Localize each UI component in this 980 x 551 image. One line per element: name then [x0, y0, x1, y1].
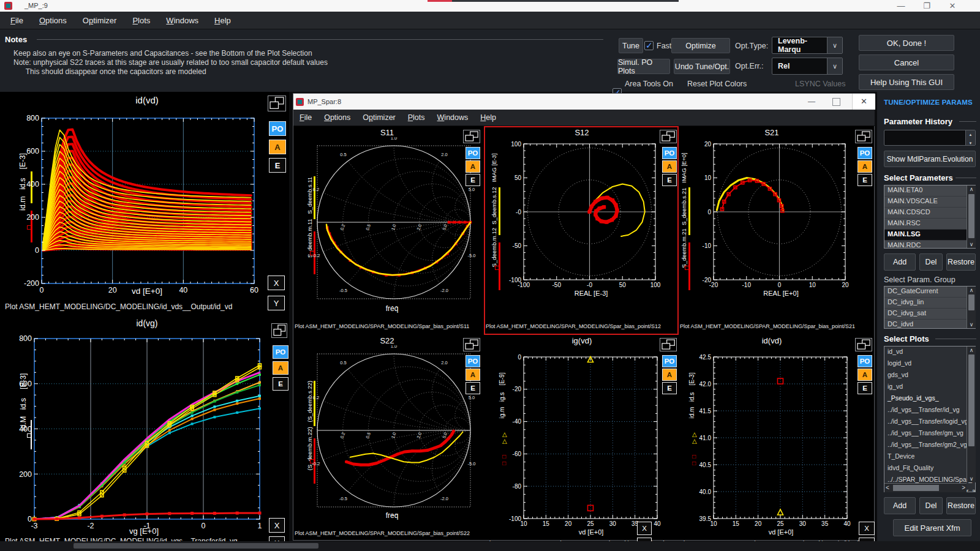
spin-up-icon[interactable] — [969, 129, 973, 138]
plot-item[interactable]: ../id_vgs__Transfer/id_vg — [884, 405, 975, 416]
ok-done-button[interactable]: OK, Done ! — [859, 35, 954, 51]
po-button-s11[interactable]: PO — [466, 147, 480, 159]
menu-file[interactable]: File — [293, 111, 318, 124]
del-param-button[interactable]: Del — [919, 253, 943, 271]
a-button-s21[interactable]: A — [858, 160, 872, 173]
a-button-ig_vd[interactable]: A — [662, 369, 677, 381]
menu-help[interactable]: Help — [474, 111, 502, 124]
add-param-button[interactable]: Add — [884, 253, 916, 271]
e-button-id_vd_output[interactable]: E — [269, 158, 286, 173]
a-button-s11[interactable]: A — [466, 160, 480, 173]
a-button-id_vd_output[interactable]: A — [269, 140, 286, 154]
cascade-windows-icon[interactable] — [855, 338, 872, 351]
parameter-item[interactable]: MAIN.RSC — [884, 219, 975, 230]
x-button-ig_vd[interactable]: X — [637, 522, 652, 535]
po-button-ig_vd[interactable]: PO — [662, 355, 677, 367]
cascade-windows-icon[interactable] — [855, 130, 872, 143]
cascade-windows-icon[interactable] — [660, 338, 677, 351]
a-button-id_vd_bias[interactable]: A — [858, 369, 872, 381]
chart-ig_vd[interactable]: 10152025303540-100-80-60-40-200 — [507, 350, 666, 530]
plot-item[interactable]: logid_vd — [884, 358, 975, 370]
chart-s12[interactable]: -100-50-050100-100-50-050100 — [507, 138, 666, 291]
menu-help[interactable]: Help — [206, 13, 239, 28]
cascade-windows-icon[interactable] — [463, 130, 480, 143]
parameter-item[interactable]: MAIN.VDSCALE — [884, 197, 975, 208]
cancel-button[interactable]: Cancel — [859, 54, 954, 70]
plot-item[interactable]: _Pseudo_id_vgs_ — [884, 393, 975, 405]
edit-parent-xfm-button[interactable]: Edit Parent Xfm — [893, 519, 971, 536]
y-button-id_vd_output[interactable]: Y — [268, 296, 285, 310]
po-button-id_vg_transfer[interactable]: PO — [273, 345, 288, 359]
a-button-s22[interactable]: A — [466, 369, 480, 381]
chart-s21[interactable]: -20-1001020-20-1001020 — [697, 138, 856, 291]
bottom-scrollbar-thumb[interactable] — [74, 543, 318, 549]
chart-id_vd_bias[interactable]: 1015202530354039.540.040.541.041.542.042… — [697, 350, 856, 530]
opt-err-select[interactable]: Rel — [772, 58, 843, 75]
param-group-item[interactable]: DC_idvg_sat — [884, 309, 975, 320]
note-line[interactable]: Note: unphysical S22 traces at this stag… — [13, 58, 328, 67]
e-button-s22[interactable]: E — [466, 382, 480, 394]
parameter-item[interactable]: MAIN.ETA0 — [884, 186, 975, 197]
add-plot-button[interactable]: Add — [884, 497, 916, 514]
chart-s11[interactable]: 0.20.51.02.05.0-0.2-0.5-1.0-2.0-5.00.20.… — [309, 137, 479, 307]
po-button-id_vd_bias[interactable]: PO — [858, 355, 872, 367]
plot-item[interactable]: idvd_Fit_Quality — [884, 463, 975, 474]
plot-item[interactable]: ../id_vgs__Transfer/logid_vg — [884, 416, 975, 428]
x-button-id_vg_transfer[interactable]: X — [269, 518, 285, 533]
param-group-item[interactable]: DC_idvd — [884, 320, 975, 329]
chart-s22[interactable]: 0.20.51.02.05.0-0.2-0.5-1.0-2.0-5.00.20.… — [309, 345, 479, 515]
plot-item[interactable]: gds_vd — [884, 370, 975, 381]
chevron-down-icon[interactable] — [827, 37, 842, 53]
simul-po-plots-button[interactable]: Simul. PO Plots — [617, 59, 670, 74]
restore-param-button[interactable]: Restore — [946, 253, 976, 271]
menu-options[interactable]: Options — [318, 111, 356, 124]
cascade-windows-icon[interactable] — [660, 130, 677, 143]
chevron-down-icon[interactable] — [827, 58, 842, 74]
tune-button[interactable]: Tune — [619, 38, 643, 53]
plot-item[interactable]: ../id_vgs__Transfer/gm_vg — [884, 428, 975, 440]
po-button-s21[interactable]: PO — [858, 147, 872, 159]
param-group-scrollbar[interactable] — [967, 287, 976, 328]
x-button-id_vd_bias[interactable]: X — [859, 522, 875, 535]
param-group-item[interactable]: DC_GateCurrent — [884, 287, 975, 298]
e-button-id_vd_bias[interactable]: E — [858, 382, 872, 394]
menu-windows[interactable]: Windows — [158, 13, 206, 28]
spar-maximize-icon[interactable] — [832, 98, 840, 106]
e-button-id_vg_transfer[interactable]: E — [273, 377, 288, 391]
param-group-item[interactable]: DC_idvg_lin — [884, 298, 975, 309]
note-line[interactable]: This should disappear once the capacitor… — [13, 67, 328, 77]
menu-plots[interactable]: Plots — [402, 111, 431, 124]
chart-id_vd_output[interactable]: 0204060-2000200400600800 — [9, 109, 262, 294]
e-button-s21[interactable]: E — [858, 174, 872, 186]
note-line[interactable]: Keep also an eye on S-Parameters and Cap… — [13, 49, 328, 58]
plots-scrollbar[interactable] — [967, 347, 976, 482]
opt-type-select[interactable]: Levenb-Marqu — [772, 37, 843, 54]
minimize-icon[interactable]: — — [892, 1, 910, 10]
del-plot-button[interactable]: Del — [919, 497, 943, 514]
plots-hscrollbar[interactable] — [884, 483, 967, 492]
optimize-button[interactable]: Optimize — [671, 38, 730, 53]
e-button-ig_vd[interactable]: E — [662, 382, 677, 394]
fast-checkbox[interactable] — [644, 41, 654, 50]
plot-item[interactable]: ../id_vgs__Transfer/gm2_vg — [884, 440, 975, 451]
restore-plot-button[interactable]: Restore — [946, 497, 976, 514]
e-button-s12[interactable]: E — [662, 174, 677, 186]
chart-id_vg_transfer[interactable]: -3-2-1010200400600800 — [5, 329, 265, 529]
menu-plots[interactable]: Plots — [124, 13, 158, 28]
parameter-item[interactable]: MAIN.CDSCD — [884, 208, 975, 219]
spar-titlebar[interactable]: MP_Spar:8 — — [293, 94, 852, 110]
menu-optimizer[interactable]: Optimizer — [75, 13, 125, 28]
menu-file[interactable]: File — [2, 13, 31, 28]
po-button-s12[interactable]: PO — [662, 147, 677, 159]
menu-windows[interactable]: Windows — [431, 111, 475, 124]
x-button-id_vd_output[interactable]: X — [268, 276, 285, 290]
plot-item[interactable]: ig_vd — [884, 381, 975, 393]
menu-options[interactable]: Options — [31, 13, 75, 28]
parameter-item[interactable]: MAIN.RDC — [884, 241, 975, 249]
plot-item[interactable]: id_vd — [884, 347, 975, 358]
po-button-s22[interactable]: PO — [466, 355, 480, 367]
cascade-windows-icon[interactable] — [268, 96, 286, 111]
undo-tune-opt-button[interactable]: Undo Tune/Opt. — [674, 59, 730, 74]
cascade-windows-icon[interactable] — [463, 338, 480, 351]
po-button-id_vd_output[interactable]: PO — [269, 121, 286, 136]
